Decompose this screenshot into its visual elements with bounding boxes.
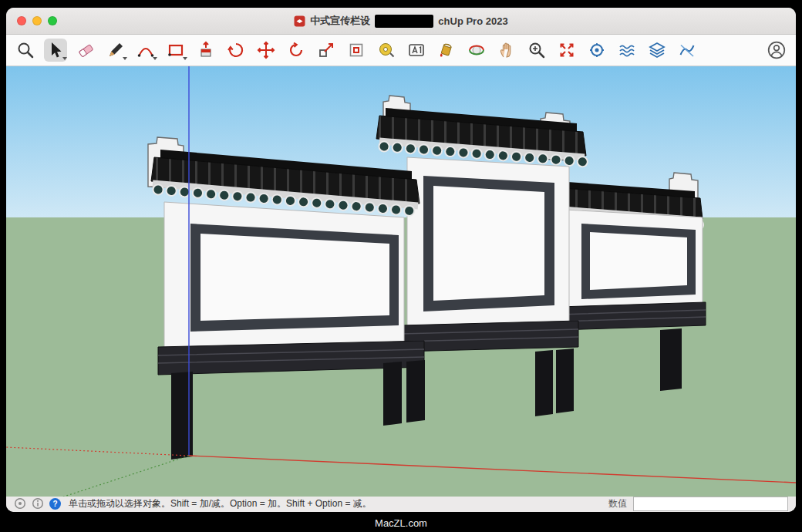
sign-in-icon — [767, 40, 787, 60]
tool-line[interactable] — [104, 39, 127, 62]
tool-tape-measure[interactable] — [375, 39, 398, 62]
tool-rotate[interactable] — [285, 39, 308, 62]
sketchup-window: 中式宣传栏设 chUp Pro 2023 — [6, 8, 796, 512]
status-hint-text: 单击或拖动以选择对象。Shift = 加/减。Option = 加。Shift … — [69, 497, 372, 510]
move-icon — [257, 41, 275, 59]
fullscreen-button[interactable] — [48, 16, 57, 25]
tool-styles[interactable] — [585, 39, 608, 62]
tool-shapes[interactable] — [164, 39, 187, 62]
tool-arc[interactable] — [134, 39, 157, 62]
titlebar: 中式宣传栏设 chUp Pro 2023 — [6, 8, 796, 35]
tool-text[interactable] — [405, 39, 428, 62]
measurements-box: 数值 — [608, 497, 788, 511]
traffic-lights — [17, 16, 57, 25]
measurements-input[interactable] — [633, 497, 788, 511]
styles-icon — [588, 41, 606, 59]
dropdown-chevron-icon — [62, 57, 67, 60]
info-icon — [32, 497, 44, 510]
help-icon[interactable]: ? — [49, 498, 61, 510]
tool-pan[interactable] — [495, 39, 518, 62]
window-title-suffix: chUp Pro 2023 — [438, 15, 507, 27]
tool-paint-bucket[interactable] — [435, 39, 458, 62]
credits-button[interactable] — [32, 497, 44, 510]
redacted-text-overlay — [375, 15, 433, 28]
tags-icon — [648, 41, 666, 59]
window-title-prefix: 中式宣传栏设 — [310, 14, 370, 28]
search-icon — [16, 41, 35, 59]
scale-icon — [317, 41, 335, 59]
tool-move[interactable] — [254, 39, 278, 62]
measurements-label: 数值 — [608, 497, 627, 510]
sketchup-logo-icon — [294, 15, 305, 27]
tool-tags[interactable] — [645, 39, 669, 62]
viewport — [6, 66, 796, 494]
text-icon — [407, 41, 426, 59]
pan-icon — [497, 41, 516, 59]
tool-orbit[interactable] — [465, 39, 488, 62]
zoom-extents-icon — [558, 41, 576, 59]
dropdown-chevron-icon — [183, 57, 187, 60]
tape-measure-icon — [377, 41, 396, 59]
window-title: 中式宣传栏设 chUp Pro 2023 — [6, 8, 796, 34]
soften-edges-icon — [678, 41, 696, 59]
viewport-3d-canvas[interactable] — [6, 66, 796, 497]
tool-search[interactable] — [14, 39, 37, 62]
dropdown-chevron-icon — [153, 57, 157, 60]
tool-zoom[interactable] — [525, 39, 548, 62]
tool-follow-me[interactable] — [224, 39, 248, 62]
push-pull-icon — [197, 41, 215, 59]
shadows-icon — [618, 41, 636, 59]
watermark-text: MacZL.com — [0, 517, 802, 529]
sign-in-button[interactable] — [765, 39, 788, 62]
follow-me-icon — [227, 41, 245, 59]
eraser-icon — [76, 41, 95, 59]
statusbar: ? 单击或拖动以选择对象。Shift = 加/减。Option = 加。Shif… — [6, 494, 796, 512]
offset-icon — [347, 41, 366, 59]
orbit-icon — [467, 41, 486, 59]
tool-select[interactable] — [44, 39, 67, 62]
rotate-icon — [287, 41, 305, 59]
tool-soften-edges[interactable] — [676, 39, 699, 62]
close-button[interactable] — [17, 16, 26, 25]
tool-scale[interactable] — [315, 39, 338, 62]
toolbar — [6, 35, 796, 66]
tool-shadows[interactable] — [615, 39, 639, 62]
tool-offset[interactable] — [345, 39, 368, 62]
tool-zoom-extents[interactable] — [555, 39, 578, 62]
dropdown-chevron-icon — [123, 57, 127, 60]
minimize-button[interactable] — [32, 16, 42, 25]
tool-eraser[interactable] — [74, 39, 97, 62]
geolocation-button[interactable] — [14, 497, 26, 510]
geolocation-icon — [14, 497, 26, 510]
paint-bucket-icon — [437, 41, 456, 59]
tool-push-pull[interactable] — [194, 39, 217, 62]
zoom-icon — [527, 41, 546, 59]
